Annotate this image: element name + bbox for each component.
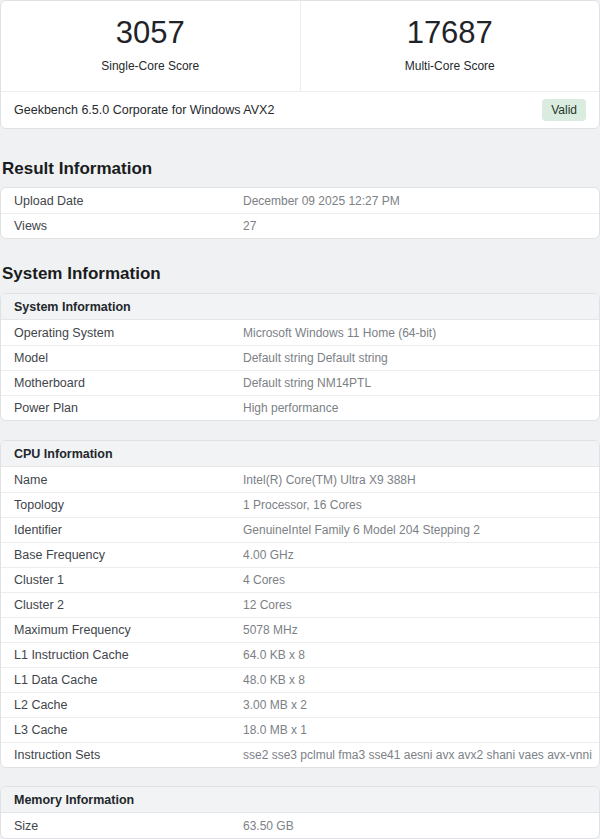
- row-label: Upload Date: [1, 194, 243, 208]
- single-core-score-cell: 3057 Single-Core Score: [1, 1, 301, 91]
- row-label: Views: [1, 219, 243, 233]
- result-information-table: Upload DateDecember 09 2025 12:27 PMView…: [1, 188, 599, 238]
- row-label: Cluster 2: [1, 598, 243, 612]
- score-summary-card: 3057 Single-Core Score 17687 Multi-Core …: [0, 0, 600, 129]
- row-value: Intel(R) Core(TM) Ultra X9 388H: [243, 473, 424, 487]
- row-value: Default string Default string: [243, 351, 396, 365]
- row-value: Default string NM14PTL: [243, 376, 379, 390]
- row-value: 18.0 MB x 1: [243, 723, 315, 737]
- table-row: Views27: [1, 213, 599, 238]
- result-information-card: Upload DateDecember 09 2025 12:27 PMView…: [0, 187, 600, 239]
- table-row: L2 Cache3.00 MB x 2: [1, 692, 599, 717]
- row-label: L1 Data Cache: [1, 673, 243, 687]
- table-row: Upload DateDecember 09 2025 12:27 PM: [1, 188, 599, 213]
- row-label: Maximum Frequency: [1, 623, 243, 637]
- row-value: 4 Cores: [243, 573, 293, 587]
- table-row: Size63.50 GB: [1, 813, 599, 838]
- row-value: High performance: [243, 401, 346, 415]
- table-row: Maximum Frequency5078 MHz: [1, 617, 599, 642]
- cpu-information-table-header: CPU Information: [1, 441, 599, 467]
- row-value: December 09 2025 12:27 PM: [243, 194, 408, 208]
- table-row: ModelDefault string Default string: [1, 345, 599, 370]
- row-value: 12 Cores: [243, 598, 300, 612]
- table-row: L3 Cache18.0 MB x 1: [1, 717, 599, 742]
- table-row: L1 Data Cache48.0 KB x 8: [1, 667, 599, 692]
- valid-status-badge: Valid: [542, 99, 586, 121]
- row-value: Microsoft Windows 11 Home (64-bit): [243, 326, 444, 340]
- row-value: 27: [243, 219, 264, 233]
- memory-information-card: Memory Information Size63.50 GB: [0, 786, 600, 839]
- table-row: Topology1 Processor, 16 Cores: [1, 492, 599, 517]
- multi-core-score-value: 17687: [301, 16, 600, 50]
- row-label: Cluster 1: [1, 573, 243, 587]
- row-value: GenuineIntel Family 6 Model 204 Stepping…: [243, 523, 488, 537]
- table-row: Operating SystemMicrosoft Windows 11 Hom…: [1, 320, 599, 345]
- row-label: Base Frequency: [1, 548, 243, 562]
- row-label: L2 Cache: [1, 698, 243, 712]
- multi-core-score-label: Multi-Core Score: [301, 59, 600, 73]
- benchmark-version-text: Geekbench 6.5.0 Corporate for Windows AV…: [14, 103, 274, 117]
- cpu-information-table: NameIntel(R) Core(TM) Ultra X9 388HTopol…: [1, 467, 599, 767]
- system-information-table: Operating SystemMicrosoft Windows 11 Hom…: [1, 320, 599, 420]
- system-information-table-header: System Information: [1, 294, 599, 320]
- row-label: Identifier: [1, 523, 243, 537]
- table-row: NameIntel(R) Core(TM) Ultra X9 388H: [1, 467, 599, 492]
- system-information-card: System Information Operating SystemMicro…: [0, 293, 600, 421]
- table-row: IdentifierGenuineIntel Family 6 Model 20…: [1, 517, 599, 542]
- row-value: 4.00 GHz: [243, 548, 302, 562]
- table-row: Cluster 14 Cores: [1, 567, 599, 592]
- table-row: Instruction Setssse2 sse3 pclmul fma3 ss…: [1, 742, 599, 767]
- system-information-title: System Information: [2, 264, 600, 284]
- row-value: 48.0 KB x 8: [243, 673, 313, 687]
- row-value: 3.00 MB x 2: [243, 698, 315, 712]
- cpu-information-card: CPU Information NameIntel(R) Core(TM) Ul…: [0, 440, 600, 768]
- memory-information-table-header: Memory Information: [1, 787, 599, 813]
- score-row: 3057 Single-Core Score 17687 Multi-Core …: [1, 1, 599, 92]
- table-row: L1 Instruction Cache64.0 KB x 8: [1, 642, 599, 667]
- table-row: Base Frequency4.00 GHz: [1, 542, 599, 567]
- single-core-score-label: Single-Core Score: [1, 59, 300, 73]
- row-value: 64.0 KB x 8: [243, 648, 313, 662]
- row-label: Power Plan: [1, 401, 243, 415]
- single-core-score-value: 3057: [1, 16, 300, 50]
- multi-core-score-cell: 17687 Multi-Core Score: [301, 1, 600, 91]
- row-value: 63.50 GB: [243, 819, 302, 833]
- row-value: 5078 MHz: [243, 623, 306, 637]
- row-label: L3 Cache: [1, 723, 243, 737]
- row-label: Topology: [1, 498, 243, 512]
- row-label: Model: [1, 351, 243, 365]
- row-value: 1 Processor, 16 Cores: [243, 498, 370, 512]
- row-label: Motherboard: [1, 376, 243, 390]
- table-row: MotherboardDefault string NM14PTL: [1, 370, 599, 395]
- benchmark-version-banner: Geekbench 6.5.0 Corporate for Windows AV…: [1, 92, 599, 128]
- row-label: Instruction Sets: [1, 748, 243, 762]
- row-label: L1 Instruction Cache: [1, 648, 243, 662]
- memory-information-table: Size63.50 GB: [1, 813, 599, 838]
- row-label: Name: [1, 473, 243, 487]
- row-value: sse2 sse3 pclmul fma3 sse41 aesni avx av…: [243, 748, 600, 762]
- result-information-title: Result Information: [2, 159, 600, 179]
- table-row: Power PlanHigh performance: [1, 395, 599, 420]
- row-label: Operating System: [1, 326, 243, 340]
- table-row: Cluster 212 Cores: [1, 592, 599, 617]
- row-label: Size: [1, 819, 243, 833]
